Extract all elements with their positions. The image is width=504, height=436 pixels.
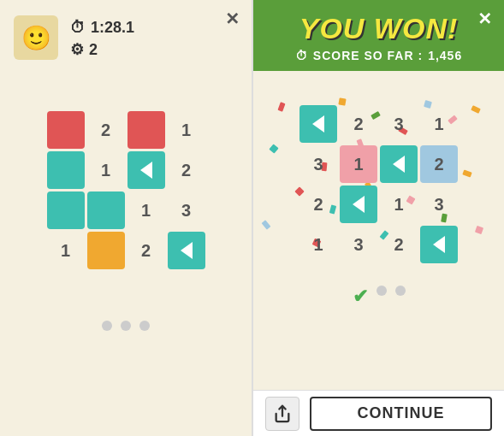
left-cell-6 — [127, 151, 165, 189]
right-cell-4: 3 — [299, 145, 337, 183]
stats: ⏱ 1:28.1 ⚙ 2 — [70, 15, 134, 59]
right-cell-6 — [380, 145, 418, 183]
left-cell-2 — [127, 111, 165, 149]
left-cell-14: 2 — [127, 232, 165, 269]
confetti-8 — [269, 144, 278, 153]
dot-1 — [102, 321, 112, 331]
close-button-right[interactable]: ✕ — [477, 9, 492, 29]
left-grid-container: 21121312 — [47, 111, 205, 269]
timer-icon: ⏱ — [70, 19, 86, 37]
confetti-19 — [261, 220, 270, 230]
right-cell-3: 1 — [420, 105, 458, 143]
left-cell-4 — [47, 151, 85, 189]
left-cell-10: 1 — [127, 191, 165, 229]
right-cell-8: 2 — [299, 186, 337, 223]
right-cell-2: 3 — [380, 105, 418, 143]
left-cell-0 — [47, 111, 85, 149]
confetti-23 — [475, 226, 483, 234]
win-banner: ✕ YOU WON! ⏱ SCORE SO FAR : 1,456 — [253, 0, 504, 71]
left-cell-15 — [168, 232, 205, 269]
dot-3 — [139, 321, 150, 331]
left-panel: ✕ 🙂 ⏱ 1:28.1 ⚙ 2 21121312 — [0, 0, 252, 436]
left-cell-9 — [87, 191, 125, 229]
bottom-bar: CONTINUE — [253, 390, 504, 436]
left-dots — [102, 321, 150, 331]
right-cell-7: 2 — [420, 145, 458, 183]
moves-value: 2 — [89, 41, 98, 59]
right-cell-13: 3 — [340, 226, 377, 263]
left-cell-1: 2 — [87, 111, 125, 149]
right-cell-14: 2 — [380, 226, 418, 263]
right-cell-5: 1 — [340, 145, 377, 183]
top-bar-left: 🙂 ⏱ 1:28.1 ⚙ 2 — [0, 0, 252, 60]
score-timer-icon: ⏱ — [295, 49, 308, 62]
right-dots: ✔ — [353, 286, 406, 308]
left-cell-12: 1 — [47, 232, 85, 269]
win-title: YOU WON! — [262, 12, 495, 45]
right-cell-15 — [420, 226, 458, 263]
left-cell-7: 2 — [168, 151, 205, 189]
right-cell-12: 1 — [299, 226, 337, 263]
win-score: ⏱ SCORE SO FAR : 1,456 — [262, 49, 495, 62]
avatar: 🙂 — [14, 15, 58, 60]
right-cell-9 — [340, 186, 377, 223]
score-value: 1,456 — [428, 49, 462, 62]
right-cell-11: 3 — [420, 186, 458, 223]
timer-value: 1:28.1 — [91, 19, 134, 37]
gear-icon: ⚙ — [70, 40, 84, 59]
timer-row: ⏱ 1:28.1 — [70, 19, 134, 37]
right-panel: ✕ YOU WON! ⏱ SCORE SO FAR : 1,456 231312… — [253, 0, 504, 436]
continue-button[interactable]: CONTINUE — [310, 397, 492, 431]
left-cell-11: 3 — [168, 191, 205, 229]
right-dot-2 — [377, 286, 387, 296]
close-button-left[interactable]: ✕ — [225, 9, 240, 29]
score-label: SCORE SO FAR : — [313, 49, 423, 62]
left-cell-5: 1 — [87, 151, 125, 189]
share-button[interactable] — [265, 397, 299, 431]
moves-row: ⚙ 2 — [70, 40, 134, 59]
check-icon: ✔ — [353, 286, 368, 308]
right-grid: 231312213132 — [299, 105, 458, 263]
right-grid-container: 231312213132 — [299, 105, 458, 263]
right-dot-3 — [395, 286, 406, 296]
confetti-7 — [471, 105, 481, 114]
left-grid: 21121312 — [47, 111, 205, 269]
left-cell-3: 1 — [168, 111, 205, 149]
confetti-13 — [462, 169, 471, 177]
right-cell-10: 1 — [380, 186, 418, 223]
confetti-0 — [277, 102, 285, 111]
right-cell-1: 2 — [340, 105, 377, 143]
dot-2 — [121, 321, 131, 331]
right-cell-0 — [299, 105, 337, 143]
left-cell-8 — [47, 191, 85, 229]
left-cell-13 — [87, 232, 125, 269]
